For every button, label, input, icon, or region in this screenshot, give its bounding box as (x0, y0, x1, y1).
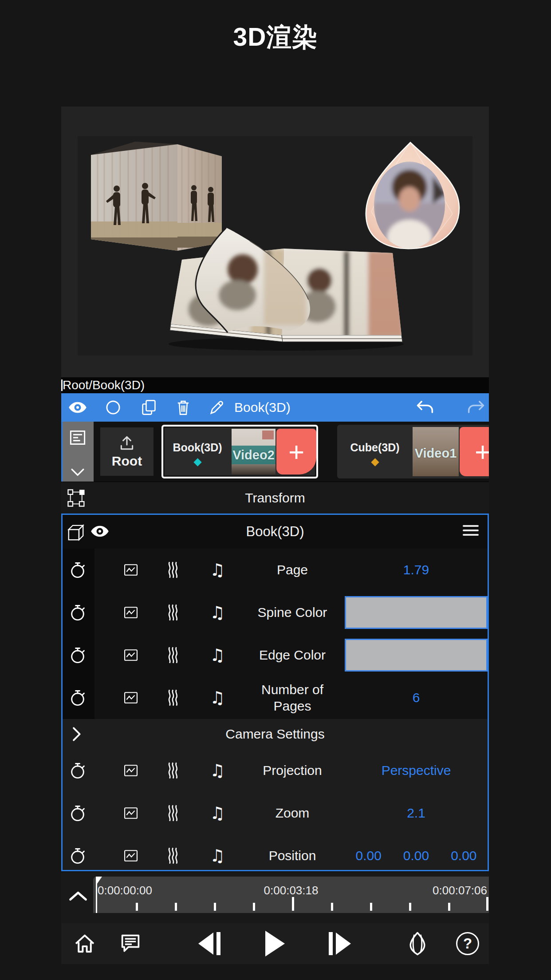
stopwatch-icon[interactable] (66, 792, 89, 834)
music-note-icon[interactable]: ♫ (206, 591, 229, 634)
home-icon (73, 933, 96, 955)
graph-icon[interactable] (119, 591, 142, 634)
eye-icon[interactable] (90, 525, 110, 538)
root-label: Root (112, 454, 142, 469)
undo-button[interactable] (413, 393, 438, 422)
transform-label: Transform (245, 490, 305, 506)
mask-circle-button[interactable] (101, 393, 126, 422)
graph-icon[interactable] (119, 749, 142, 792)
ruler-tick (370, 903, 372, 911)
layer-parameter-panel: Book(3D) ♫ Page 1.79 (61, 514, 489, 871)
selected-layer-label: Book(3D) (234, 393, 291, 422)
play-button[interactable] (262, 923, 288, 964)
app-screenshot: Root/Book(3D) (61, 107, 489, 964)
graph-icon[interactable] (119, 676, 142, 719)
param-row-position[interactable]: ♫ Position 0.00 0.00 0.00 (63, 834, 488, 871)
music-note-icon[interactable]: ♫ (206, 676, 229, 719)
color-swatch[interactable] (345, 596, 488, 629)
wiggle-icon[interactable] (162, 834, 185, 871)
chevron-up-icon[interactable] (68, 891, 88, 901)
music-note-icon[interactable]: ♫ (206, 634, 229, 676)
root-button[interactable]: Root (100, 427, 153, 476)
wiggle-icon[interactable] (162, 591, 185, 634)
duplicate-button[interactable] (136, 393, 161, 422)
stopwatch-icon[interactable] (66, 834, 89, 871)
layer-name: Cube(3D) (350, 441, 399, 454)
color-swatch[interactable] (345, 639, 488, 672)
layer-name: Book(3D) (173, 441, 222, 454)
stopwatch-icon[interactable] (66, 676, 89, 719)
layer-group-cube3d[interactable]: Cube(3D) Video1 + (337, 425, 489, 478)
menu-icon[interactable] (463, 525, 479, 536)
graph-icon[interactable] (119, 792, 142, 834)
wiggle-icon[interactable] (162, 676, 185, 719)
ruler-tick (409, 903, 411, 911)
timeline-ruler[interactable]: 0:00:00:00 0:00:03:18 0:00:07:06 (93, 877, 489, 913)
timestamp-end: 0:00:07:06 (433, 884, 487, 897)
eye-icon (68, 401, 87, 414)
param-value[interactable]: 2.1 (345, 792, 488, 834)
param-row-zoom[interactable]: ♫ Zoom 2.1 (63, 792, 488, 834)
section-label: Camera Settings (225, 727, 324, 742)
track-playhead-line (61, 422, 63, 482)
param-row-page[interactable]: ♫ Page 1.79 (63, 549, 488, 591)
stopwatch-icon[interactable] (66, 591, 89, 634)
param-label: Edge Color (240, 634, 345, 676)
param-row-projection[interactable]: ♫ Projection Perspective (63, 749, 488, 792)
circle-icon (105, 399, 121, 415)
param-value[interactable]: Perspective (345, 749, 488, 792)
music-note-icon[interactable]: ♫ (206, 792, 229, 834)
position-y[interactable]: 0.00 (403, 848, 429, 863)
music-note-icon[interactable]: ♫ (206, 749, 229, 792)
position-z[interactable]: 0.00 (451, 848, 476, 863)
panel-header[interactable]: Book(3D) (63, 515, 488, 549)
chevron-down-icon (71, 468, 85, 476)
next-frame-button[interactable] (327, 923, 353, 964)
layer-group-book3d[interactable]: Book(3D) Video2 + (161, 425, 318, 478)
position-x[interactable]: 0.00 (355, 848, 381, 863)
param-value[interactable]: 1.79 (345, 549, 488, 591)
help-button[interactable]: ? (454, 923, 481, 964)
rename-button[interactable] (204, 393, 229, 422)
param-row-edge-color[interactable]: ♫ Edge Color (63, 634, 488, 676)
music-note-icon[interactable]: ♫ (206, 549, 229, 591)
track-list-toggle[interactable] (61, 422, 94, 482)
wiggle-icon[interactable] (162, 634, 185, 676)
layer-name-area: Book(3D) (163, 427, 232, 477)
teardrop-3d-object (366, 142, 459, 255)
music-note-icon[interactable]: ♫ (206, 834, 229, 871)
redo-button[interactable] (463, 393, 488, 422)
stopwatch-icon[interactable] (66, 549, 89, 591)
previous-frame-button[interactable] (196, 923, 223, 964)
graph-icon[interactable] (119, 549, 142, 591)
graph-icon[interactable] (119, 634, 142, 676)
arrow-up-tray-icon (118, 435, 136, 452)
add-clip-button[interactable]: + (460, 427, 489, 476)
wiggle-icon[interactable] (162, 549, 185, 591)
gem-icon (405, 931, 430, 956)
wiggle-icon[interactable] (162, 749, 185, 792)
transform-row[interactable]: Transform (61, 482, 489, 514)
clip-thumbnail[interactable]: Video2 (232, 429, 276, 474)
clip-thumbnail[interactable]: Video1 (413, 427, 459, 476)
premium-button[interactable] (404, 923, 431, 964)
layer-track-area: Root Book(3D) Video2 + Cube(3D) Video1 + (61, 422, 489, 482)
delete-button[interactable] (171, 393, 196, 422)
add-clip-button[interactable]: + (276, 429, 316, 474)
camera-settings-section[interactable]: Camera Settings (63, 719, 488, 749)
home-button[interactable] (71, 923, 98, 964)
param-value-xyz[interactable]: 0.00 0.00 0.00 (345, 834, 488, 871)
graph-icon[interactable] (119, 834, 142, 871)
param-value[interactable]: 6 (345, 676, 488, 719)
stopwatch-icon[interactable] (66, 634, 89, 676)
param-row-number-of-pages[interactable]: ♫ Number of Pages 6 (63, 676, 488, 719)
wiggle-icon[interactable] (162, 792, 185, 834)
comment-button[interactable] (117, 923, 144, 964)
param-label: Number of Pages (240, 676, 345, 719)
param-row-spine-color[interactable]: ♫ Spine Color (63, 591, 488, 634)
stopwatch-icon[interactable] (66, 749, 89, 792)
visibility-button[interactable] (65, 393, 90, 422)
preview-canvas[interactable] (78, 136, 472, 356)
play-icon (265, 931, 285, 956)
undo-icon (415, 399, 436, 416)
